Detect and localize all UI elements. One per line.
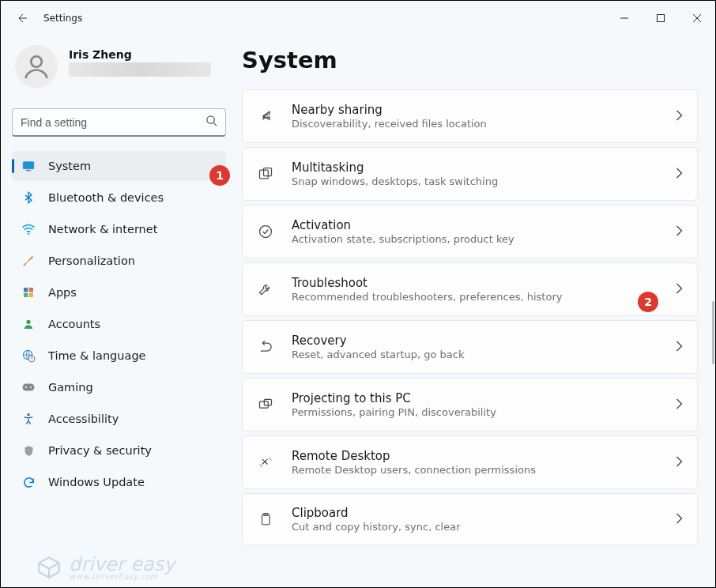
- nav-label: Gaming: [48, 381, 93, 394]
- svg-rect-23: [264, 168, 272, 176]
- update-icon: [21, 475, 36, 489]
- nav-label: Accounts: [48, 318, 100, 330]
- minimize-button[interactable]: [606, 6, 643, 31]
- tile-title: Activation: [292, 218, 658, 232]
- back-button[interactable]: [15, 12, 28, 24]
- globe-clock-icon: [21, 349, 36, 363]
- nav-list: System Bluetooth & devices Network & int…: [12, 151, 226, 497]
- profile-email-redacted: [69, 62, 211, 77]
- tile-title: Remote Desktop: [292, 449, 658, 463]
- person-icon: [21, 317, 36, 331]
- titlebar: Settings: [1, 1, 715, 36]
- sidebar-item-privacy-security[interactable]: Privacy & security: [12, 435, 226, 466]
- tile-title: Projecting to this PC: [292, 391, 658, 405]
- sidebar-item-time-language[interactable]: Time & language: [12, 341, 226, 371]
- tile-subtitle: Reset, advanced startup, go back: [292, 349, 658, 360]
- search-input[interactable]: [21, 116, 205, 129]
- sidebar-item-personalization[interactable]: Personalization: [12, 246, 226, 276]
- chevron-right-icon: [676, 398, 683, 413]
- chevron-right-icon: [676, 282, 683, 297]
- nav-label: Time & language: [48, 349, 146, 362]
- nav-label: Windows Update: [48, 476, 145, 488]
- sidebar-item-accounts[interactable]: Accounts: [12, 309, 226, 339]
- tile-remote-desktop[interactable]: Remote Desktop Remote Desktop users, con…: [242, 435, 698, 489]
- chevron-right-icon: [676, 340, 683, 355]
- clipboard-icon: [257, 511, 274, 527]
- sidebar-item-system[interactable]: System: [12, 151, 226, 181]
- monitor-icon: [21, 159, 36, 173]
- shield-icon: [21, 443, 36, 458]
- profile-block[interactable]: Iris Zheng: [12, 45, 226, 88]
- tile-recovery[interactable]: Recovery Reset, advanced startup, go bac…: [242, 320, 698, 374]
- tile-title: Nearby sharing: [292, 103, 658, 117]
- svg-rect-11: [24, 288, 28, 292]
- share-icon: [257, 108, 274, 124]
- tile-activation[interactable]: Activation Activation state, subscriptio…: [242, 205, 698, 258]
- check-circle-icon: [257, 224, 274, 239]
- tile-projecting-to-this-pc[interactable]: Projecting to this PC Permissions, pairi…: [242, 378, 698, 432]
- sidebar-item-apps[interactable]: Apps: [12, 277, 226, 307]
- svg-point-10: [28, 233, 29, 235]
- chevron-right-icon: [676, 224, 683, 239]
- svg-rect-13: [24, 293, 28, 297]
- tile-clipboard[interactable]: Clipboard Cut and copy history, sync, cl…: [242, 493, 698, 545]
- tile-title: Clipboard: [292, 506, 658, 520]
- search-box[interactable]: [12, 108, 226, 137]
- tile-troubleshoot[interactable]: Troubleshoot Recommended troubleshooters…: [242, 262, 698, 316]
- nav-label: Personalization: [48, 254, 135, 267]
- scrollbar[interactable]: [712, 301, 714, 364]
- tile-title: Troubleshoot: [292, 276, 658, 290]
- svg-point-20: [30, 386, 32, 388]
- remote-icon: [257, 454, 274, 470]
- svg-point-6: [207, 116, 214, 123]
- tile-subtitle: Recommended troubleshooters, preferences…: [292, 291, 658, 303]
- brush-icon: [21, 254, 36, 268]
- nav-label: Apps: [48, 286, 77, 299]
- tile-subtitle: Permissions, pairing PIN, discoverabilit…: [292, 406, 658, 418]
- tile-subtitle: Snap windows, desktops, task switching: [292, 175, 658, 187]
- tile-subtitle: Remote Desktop users, connection permiss…: [292, 464, 658, 476]
- avatar: [15, 45, 58, 88]
- profile-name: Iris Zheng: [69, 48, 211, 61]
- svg-rect-14: [29, 293, 33, 297]
- chevron-right-icon: [676, 109, 683, 124]
- nav-label: System: [48, 160, 91, 172]
- wrench-icon: [257, 281, 274, 297]
- svg-point-24: [260, 226, 272, 238]
- annotation-badge-2: 2: [638, 292, 658, 312]
- svg-rect-9: [26, 170, 31, 171]
- nav-label: Privacy & security: [48, 444, 152, 457]
- tile-list: Nearby sharing Discoverability, received…: [242, 89, 698, 545]
- accessibility-icon: [21, 412, 36, 426]
- annotation-badge-1: 1: [209, 165, 230, 186]
- sidebar: Iris Zheng System Bluetooth & devices Ne…: [1, 36, 242, 587]
- chevron-right-icon: [676, 455, 683, 470]
- tile-title: Multitasking: [292, 160, 658, 175]
- nav-label: Bluetooth & devices: [48, 191, 164, 204]
- nav-label: Accessibility: [48, 413, 119, 425]
- wifi-icon: [21, 222, 36, 236]
- tile-nearby-sharing[interactable]: Nearby sharing Discoverability, received…: [242, 89, 698, 143]
- close-button[interactable]: [679, 6, 715, 31]
- maximize-button[interactable]: [643, 6, 679, 31]
- sidebar-item-bluetooth-devices[interactable]: Bluetooth & devices: [12, 183, 226, 213]
- bluetooth-icon: [21, 190, 36, 205]
- svg-rect-2: [658, 15, 665, 22]
- sidebar-item-gaming[interactable]: Gaming: [12, 372, 226, 402]
- svg-point-19: [25, 386, 27, 388]
- apps-icon: [21, 285, 36, 300]
- tile-multitasking[interactable]: Multitasking Snap windows, desktops, tas…: [242, 147, 698, 201]
- sidebar-item-accessibility[interactable]: Accessibility: [12, 404, 226, 434]
- nav-label: Network & internet: [48, 223, 157, 236]
- tile-subtitle: Activation state, subscriptions, product…: [292, 233, 658, 245]
- svg-rect-12: [29, 288, 33, 292]
- window-controls: [606, 6, 715, 31]
- watermark: driver easy www.DriverEasy.com: [36, 553, 175, 581]
- sidebar-item-windows-update[interactable]: Windows Update: [12, 467, 226, 497]
- recovery-icon: [257, 339, 274, 355]
- svg-point-21: [27, 413, 29, 416]
- chevron-right-icon: [676, 512, 683, 527]
- sidebar-item-network-internet[interactable]: Network & internet: [12, 214, 226, 244]
- gamepad-icon: [21, 380, 36, 394]
- svg-point-15: [26, 320, 30, 324]
